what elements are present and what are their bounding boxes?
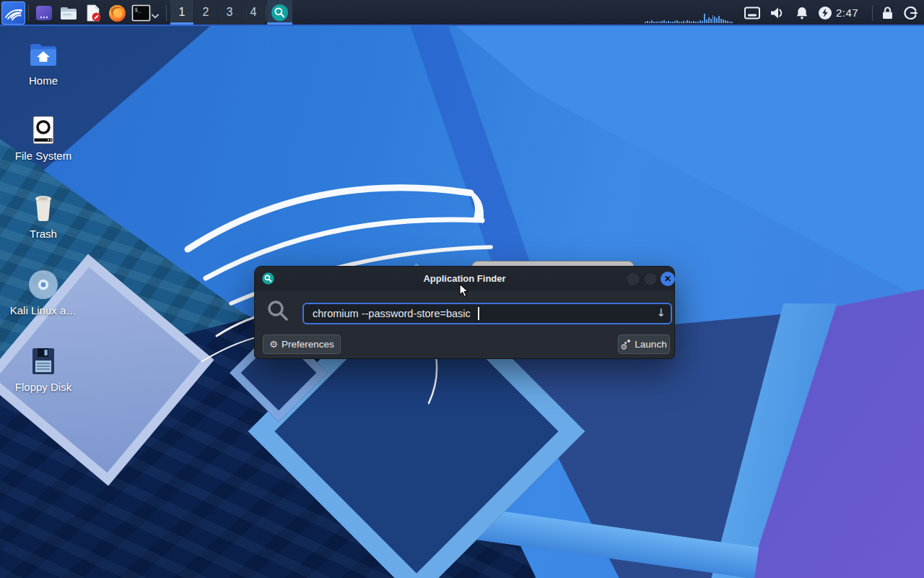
volume-tray-item[interactable] bbox=[769, 6, 785, 23]
desktop-icon-kali-linux-cd[interactable]: Kali Linux a… bbox=[4, 269, 83, 316]
desktop-icon-trash[interactable]: Trash bbox=[4, 192, 83, 240]
desktop-icon-file-system[interactable]: File System bbox=[4, 114, 83, 162]
launcher-desktop-app[interactable] bbox=[32, 2, 56, 24]
desktop-icon-label: File System bbox=[4, 150, 83, 162]
launcher-firefox[interactable] bbox=[105, 2, 128, 24]
desktop-icon-label: Trash bbox=[4, 228, 83, 240]
logout-icon bbox=[903, 6, 918, 20]
launcher-file-manager[interactable] bbox=[57, 2, 80, 24]
power-manager-tray-item[interactable] bbox=[818, 6, 832, 23]
gear-icon: ⚙ bbox=[269, 340, 278, 349]
desktop-icon-label: Floppy Disk bbox=[4, 381, 83, 393]
desktop-icon-home[interactable]: Home bbox=[4, 39, 83, 87]
taskbar-application-finder[interactable] bbox=[267, 0, 292, 25]
chevron-down-icon bbox=[151, 14, 160, 20]
panel-separator bbox=[872, 5, 873, 21]
workspace-2[interactable]: 2 bbox=[194, 0, 217, 25]
workspace-3[interactable]: 3 bbox=[218, 0, 241, 25]
cpu-graph[interactable] bbox=[645, 9, 733, 23]
notifications-bell-icon bbox=[795, 6, 809, 20]
search-icon bbox=[266, 299, 289, 322]
firefox-icon bbox=[108, 4, 127, 23]
desktop-icon-label: Home bbox=[4, 74, 83, 87]
top-panel: $_ 1 2 3 4 bbox=[0, 0, 924, 26]
desktop-icon-floppy-disk[interactable]: Floppy Disk bbox=[4, 345, 83, 393]
notifications-tray-item[interactable] bbox=[795, 6, 809, 23]
dropdown-arrow-icon[interactable]: ↓ bbox=[656, 306, 666, 319]
search-input-wrap: ↓ bbox=[302, 303, 672, 324]
panel-separator bbox=[166, 5, 167, 21]
preferences-button[interactable]: ⚙ Preferences bbox=[263, 335, 341, 354]
hard-drive-icon bbox=[27, 114, 59, 146]
kali-menu-icon bbox=[4, 3, 24, 23]
dialog-title: Application Finder bbox=[255, 273, 674, 284]
display-tray-item[interactable] bbox=[744, 6, 761, 23]
desktop-app-icon bbox=[35, 4, 53, 22]
file-manager-icon bbox=[59, 4, 78, 22]
panel-separator bbox=[28, 5, 29, 21]
floppy-disk-icon bbox=[27, 345, 59, 377]
panel-separator bbox=[266, 5, 266, 21]
logout-button[interactable] bbox=[903, 6, 918, 23]
desktop-icon-label: Kali Linux a… bbox=[4, 304, 83, 316]
maximize-button[interactable] bbox=[643, 272, 658, 286]
svg-text:$_: $_ bbox=[134, 7, 141, 13]
launcher-text-editor[interactable] bbox=[82, 2, 105, 24]
volume-icon bbox=[769, 6, 785, 20]
cd-disc-icon bbox=[27, 269, 59, 301]
lock-screen-icon bbox=[881, 6, 894, 20]
search-input[interactable] bbox=[302, 303, 672, 324]
terminal-dropdown-chevron[interactable] bbox=[151, 9, 160, 22]
text-editor-icon bbox=[84, 4, 103, 22]
workspace-1[interactable]: 1 bbox=[170, 0, 193, 25]
launch-button[interactable]: ⚙ Launch bbox=[618, 335, 670, 354]
terminal-icon: $_ bbox=[131, 4, 151, 22]
workspace-4[interactable]: 4 bbox=[242, 0, 265, 25]
text-caret bbox=[478, 307, 479, 320]
application-finder-dialog: Application Finder ✕ ↓ ⚙ Preferences ⚙ L… bbox=[254, 266, 675, 359]
close-icon: ✕ bbox=[664, 274, 671, 284]
trash-can-icon bbox=[27, 192, 59, 224]
display-icon bbox=[744, 6, 761, 20]
app-finder-icon bbox=[271, 4, 289, 22]
home-folder-icon bbox=[27, 39, 59, 71]
lock-screen-button[interactable] bbox=[881, 6, 894, 23]
close-button[interactable]: ✕ bbox=[661, 272, 675, 286]
launch-gears-icon: ⚙ bbox=[621, 340, 631, 350]
launcher-terminal[interactable]: $_ bbox=[129, 2, 152, 24]
power-manager-icon bbox=[818, 6, 832, 20]
minimize-button[interactable] bbox=[626, 272, 640, 286]
mouse-cursor bbox=[459, 283, 470, 298]
panel-clock[interactable]: 2:47 bbox=[836, 7, 858, 19]
applications-menu-button[interactable] bbox=[1, 1, 25, 25]
kali-desktop: Home File System Trash Kali Linux a… bbox=[0, 0, 924, 578]
